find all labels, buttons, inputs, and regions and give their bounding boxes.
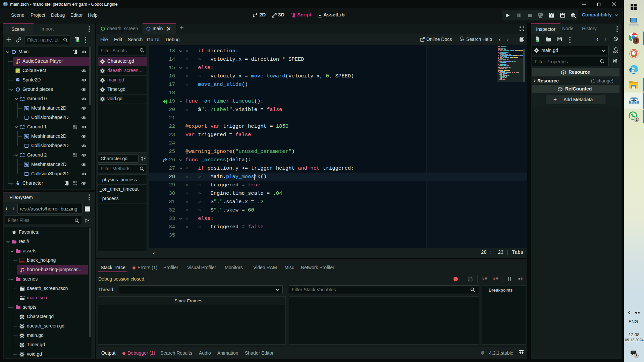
svg-text:DOC: DOC bbox=[460, 40, 464, 42]
svg-text:3: 3 bbox=[636, 354, 638, 358]
svg-text:1: 1 bbox=[636, 117, 638, 121]
svg-text:DOC: DOC bbox=[613, 51, 618, 53]
